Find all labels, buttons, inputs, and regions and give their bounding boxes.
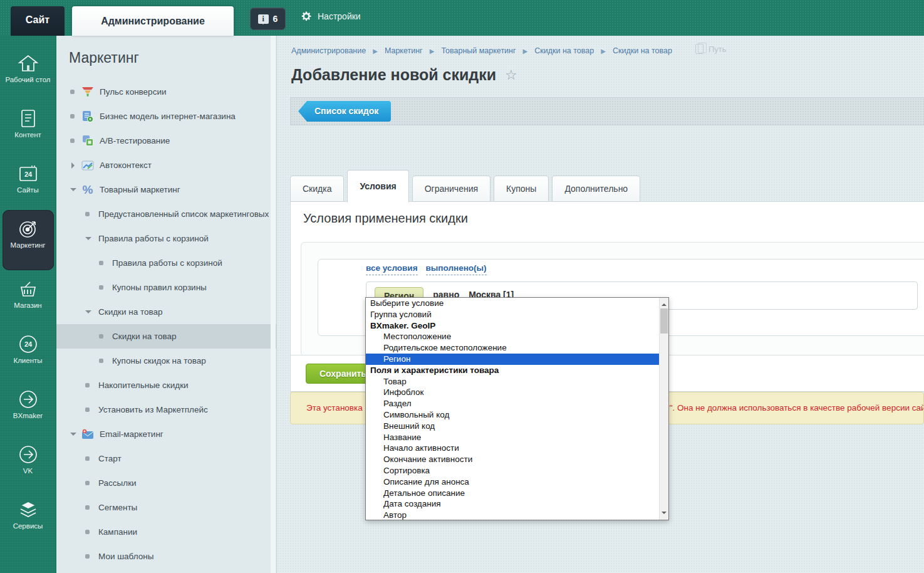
svg-text:24: 24: [24, 171, 32, 178]
rail-item-label: Магазин: [14, 302, 41, 310]
dropdown-option[interactable]: Символьный код: [366, 409, 659, 421]
dropdown-option[interactable]: Описание для анонса: [366, 476, 659, 488]
dropdown-option-group[interactable]: Поля и характеристики товара: [366, 365, 659, 376]
sidebar-item-product-discounts-group[interactable]: Скидки на товар: [56, 300, 276, 324]
rail-item-vk[interactable]: VK: [3, 436, 54, 491]
breadcrumb-separator-icon: ▶: [430, 48, 435, 55]
sidebar-item-ab-testing[interactable]: A/B-тестирование: [56, 129, 276, 153]
dropdown-option[interactable]: Сортировка: [366, 465, 659, 476]
business-doc-icon: [80, 110, 96, 123]
bullet-icon: [99, 261, 108, 265]
top-bar: Сайт Администрирование i 6 Настройки: [0, 0, 924, 36]
sidebar-item-business-model[interactable]: Бизнес модель интернет-магазина: [56, 104, 276, 129]
dropdown-option-group[interactable]: BXmaker. GeoIP: [366, 320, 659, 332]
dropdown-option[interactable]: Группа условий: [366, 309, 659, 320]
marketing-sidebar: Маркетинг Пульс конверсии Бизнес модель …: [56, 36, 277, 573]
notifications-button[interactable]: i 6: [250, 8, 286, 30]
dropdown-option[interactable]: Дата создания: [366, 498, 659, 510]
dropdown-option[interactable]: Местоположение: [366, 331, 659, 342]
sidebar-item-product-discounts[interactable]: Скидки на товар: [56, 324, 276, 349]
sidebar-item-mailings[interactable]: Рассылки: [56, 471, 276, 495]
email-icon: [80, 429, 96, 439]
discount-list-button[interactable]: Список скидок: [298, 101, 391, 122]
bullet-icon: [85, 505, 95, 510]
sidebar-item-autocontext[interactable]: Автоконтекст: [56, 153, 276, 177]
rail-item-marketing[interactable]: Маркетинг: [3, 210, 54, 270]
favorite-star-icon[interactable]: ☆: [505, 67, 517, 83]
breadcrumb-link[interactable]: Товарный маркетинг: [441, 46, 516, 55]
sidebar-item-install-marketplace[interactable]: Установить из Маркетплейс: [56, 397, 276, 422]
sidebar-item-preset-list[interactable]: Предустановленный список маркетинговых: [56, 202, 276, 226]
sidebar-item-cart-coupons[interactable]: Купоны правил корзины: [56, 275, 276, 300]
sidebar-item-my-templates[interactable]: Мои шаблоны: [56, 544, 276, 569]
chevron-down-icon: [70, 430, 80, 439]
sidebar-item-cumulative-discounts[interactable]: Накопительные скидки: [56, 373, 276, 397]
scrollbar-thumb[interactable]: [660, 308, 668, 334]
tab-site[interactable]: Сайт: [11, 6, 65, 36]
bullet-icon: [85, 481, 95, 485]
layers-icon: [18, 497, 39, 522]
sidebar-item-start[interactable]: Старт: [56, 446, 276, 471]
page-title-text: Добавление новой скидки: [291, 66, 496, 84]
breadcrumb-separator-icon: ▶: [601, 48, 606, 55]
dropdown-option[interactable]: Внешний код: [366, 421, 659, 432]
rail-item-sites[interactable]: 24 Сайты: [3, 155, 54, 210]
tab-discount[interactable]: Скидка: [290, 176, 344, 202]
settings-button[interactable]: Настройки: [301, 11, 361, 22]
rail-item-content[interactable]: Контент: [3, 100, 54, 155]
sidebar-item-email-marketing[interactable]: Email-маркетинг: [56, 422, 276, 446]
sidebar-item-label: Бизнес модель интернет-магазина: [100, 112, 236, 121]
tab-additional[interactable]: Дополнительно: [552, 176, 640, 202]
logic-link-all-conditions[interactable]: все условия: [366, 263, 418, 275]
scroll-up-icon[interactable]: [662, 301, 667, 306]
dropdown-option[interactable]: Название: [366, 432, 659, 443]
sidebar-item-cart-rules-group[interactable]: Правила работы с корзиной: [56, 226, 276, 251]
dropdown-option[interactable]: Инфоблок: [366, 387, 659, 398]
tab-restrictions[interactable]: Ограничения: [412, 176, 491, 202]
dropdown-option[interactable]: Начало активности: [366, 443, 659, 454]
sidebar-item-product-marketing[interactable]: % Товарный маркетинг: [56, 177, 276, 202]
dropdown-option[interactable]: Окончание активности: [366, 454, 659, 465]
sidebar-item-label: Сегменты: [98, 503, 137, 512]
sidebar-item-label: Пульс конверсии: [100, 87, 166, 97]
sidebar-item-campaigns[interactable]: Кампании: [56, 520, 276, 544]
dropdown-options: Выберите условие Группа условий BXmaker.…: [366, 298, 659, 520]
dropdown-option-selected[interactable]: Регион: [366, 354, 659, 365]
sidebar-item-conversion-pulse[interactable]: Пульс конверсии: [56, 80, 276, 104]
dropdown-scrollbar[interactable]: [659, 298, 668, 520]
breadcrumb-link[interactable]: Администрирование: [291, 46, 366, 55]
sidebar-item-cart-rules[interactable]: Правила работы с корзиной: [56, 251, 276, 275]
logic-link-fulfilled[interactable]: выполнено(ы): [426, 263, 487, 275]
sidebar-scrollbar[interactable]: [271, 36, 276, 573]
bullet-icon: [85, 530, 95, 534]
scroll-down-icon[interactable]: [662, 512, 667, 517]
sidebar-item-label: Мои шаблоны: [98, 552, 153, 561]
sidebar-item-label: Правила работы с корзиной: [98, 234, 209, 243]
dropdown-option[interactable]: Детальное описание: [366, 488, 659, 499]
breadcrumb-link[interactable]: Скидки на товар: [613, 46, 672, 55]
tab-coupons[interactable]: Купоны: [494, 176, 549, 202]
dropdown-option[interactable]: Раздел: [366, 398, 659, 409]
rail-item-shop[interactable]: Магазин: [3, 270, 54, 325]
sidebar-item-discount-coupons[interactable]: Купоны скидок на товар: [56, 349, 276, 373]
tab-administration[interactable]: Администрирование: [72, 6, 234, 36]
rail-item-clients[interactable]: 24 Клиенты: [3, 325, 54, 381]
sidebar-item-label: Рассылки: [98, 478, 137, 488]
tab-conditions[interactable]: Условия: [347, 170, 408, 202]
rail-item-label: Клиенты: [13, 357, 42, 365]
rail-item-bxmaker[interactable]: BXmaker: [3, 381, 54, 436]
copy-icon: [695, 44, 703, 54]
rail-item-services[interactable]: Сервисы: [3, 491, 54, 546]
dropdown-option[interactable]: Родительское местоположение: [366, 342, 659, 354]
dropdown-option[interactable]: Выберите условие: [366, 298, 659, 309]
breadcrumb-link[interactable]: Маркетинг: [385, 46, 423, 55]
bullet-icon: [85, 407, 95, 412]
basket-icon: [18, 276, 39, 302]
sidebar-item-segments[interactable]: Сегменты: [56, 495, 276, 520]
sidebar-item-label: Купоны скидок на товар: [112, 356, 206, 365]
rail-item-desktop[interactable]: Рабочий стол: [3, 45, 54, 100]
dropdown-option[interactable]: Товар: [366, 376, 659, 387]
path-button[interactable]: Путь: [695, 44, 727, 54]
dropdown-option[interactable]: Автор: [366, 510, 659, 520]
breadcrumb-link[interactable]: Скидки на товар: [534, 46, 594, 55]
